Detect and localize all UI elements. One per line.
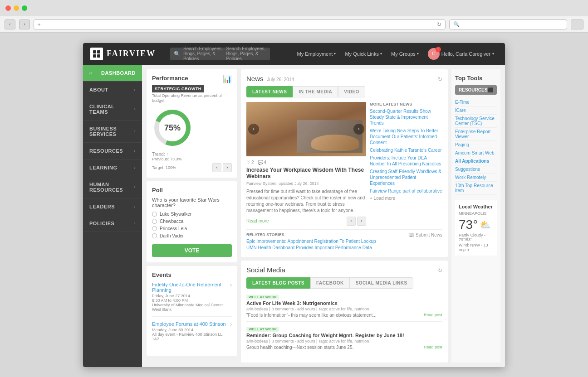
news-next-button[interactable]: › bbox=[353, 124, 364, 135]
news-nav-next-button[interactable]: › bbox=[357, 217, 366, 226]
tool-all-applications[interactable]: All Applications bbox=[455, 157, 497, 165]
sidebar-item-policies[interactable]: POLICIES › bbox=[83, 215, 142, 232]
resources-dropdown[interactable]: RESOURCES ⬛ bbox=[455, 85, 497, 95]
tool-e-time[interactable]: E-Time bbox=[455, 98, 497, 106]
minimize-button[interactable] bbox=[14, 5, 19, 11]
browser-search-bar[interactable]: 🔍 bbox=[449, 19, 567, 29]
poll-radio-1[interactable] bbox=[152, 212, 157, 217]
browser-window: ‹ › + ↻ 🔍 bbox=[0, 0, 588, 377]
tool-enterprise[interactable]: Enterprise Report Viewer bbox=[455, 128, 497, 141]
sidebar-item-business-services[interactable]: BUSINESS SERVICES › bbox=[83, 121, 142, 143]
my-groups-label: My Groups bbox=[391, 51, 416, 57]
event-title-link-1[interactable]: Fidelity One-to-One Retirement Planning bbox=[152, 282, 227, 293]
sidebar-item-human-resources[interactable]: HUMAN RESOURCES › bbox=[83, 176, 142, 198]
close-button[interactable] bbox=[5, 5, 11, 11]
news-item-title: Increase Your Workplace Wisdom With Thes… bbox=[246, 167, 366, 179]
more-item-5[interactable]: Creating Staff-Friendly Workflows & Unpr… bbox=[370, 169, 442, 186]
event-location-1: University of Minnesota Medical Center W… bbox=[152, 303, 227, 312]
next-perf-button[interactable]: › bbox=[223, 163, 232, 172]
social-read-more-1[interactable]: Read post bbox=[424, 313, 442, 318]
social-post-tag-1: WELL AT WORK bbox=[246, 295, 279, 300]
social-refresh-icon[interactable]: ↻ bbox=[438, 267, 442, 274]
social-tab-facebook[interactable]: FACEBOOK bbox=[310, 277, 350, 289]
refresh-icon[interactable]: ↻ bbox=[437, 21, 441, 28]
dropdown-arrow-icon: ⬛ bbox=[488, 87, 493, 92]
sidebar-label-human-resources: HUMAN RESOURCES bbox=[89, 182, 134, 193]
tool-icare[interactable]: iCare bbox=[455, 106, 497, 115]
social-read-more-2[interactable]: Read post bbox=[424, 345, 442, 350]
hand-image bbox=[311, 135, 359, 151]
related-item-2[interactable]: UMN Health Dashboard Provides Important … bbox=[246, 245, 376, 250]
poll-radio-3[interactable] bbox=[152, 226, 157, 231]
tool-amcom[interactable]: Amcom Smart Web bbox=[455, 149, 497, 157]
tool-suggestions[interactable]: Suggestions bbox=[455, 165, 497, 174]
more-item-1[interactable]: Second-Quarter Results Show Steady State… bbox=[370, 108, 442, 126]
tool-10th-resource[interactable]: 10th Top Resource Item bbox=[455, 182, 497, 195]
news-tab-latest[interactable]: LATEST NEWS bbox=[246, 86, 293, 97]
news-refresh-icon[interactable]: ↻ bbox=[438, 76, 442, 82]
search-icon: 🔍 bbox=[174, 51, 181, 57]
user-profile-link[interactable]: C 1 Hello, Carla Caregiver ▾ bbox=[424, 46, 498, 62]
read-more-link[interactable]: Read more bbox=[246, 218, 269, 223]
back-button[interactable]: ‹ bbox=[5, 19, 15, 29]
social-post-title-1[interactable]: Active For Life Week 3: Nutrigenomics bbox=[246, 300, 442, 306]
vote-button[interactable]: VOTE bbox=[152, 244, 232, 257]
sidebar-item-dashboard[interactable]: ⌂ DASHBOARD bbox=[83, 65, 142, 82]
poll-option-4[interactable]: Darth Vader bbox=[152, 233, 232, 238]
sidebar-item-clinical-teams[interactable]: CLINICAL TEAMS › bbox=[83, 98, 142, 121]
sidebar-item-learning[interactable]: LEARNING › bbox=[83, 160, 142, 176]
news-tab-video[interactable]: VIDEO bbox=[338, 86, 365, 97]
tool-paging[interactable]: Paging bbox=[455, 141, 497, 149]
maximize-button[interactable] bbox=[22, 5, 27, 11]
event-title-link-2[interactable]: Employee Forums at 400 Stinson bbox=[152, 321, 227, 327]
submit-news-button[interactable]: 📰 Submit News bbox=[409, 232, 442, 237]
my-groups-link[interactable]: My Groups ▾ bbox=[387, 49, 422, 58]
perf-nav: ‹ › bbox=[212, 163, 232, 172]
address-bar[interactable]: + ↻ bbox=[34, 19, 446, 29]
global-search-field[interactable]: 🔍 Search Employees, Blogs, Pages, & Poli… bbox=[170, 48, 270, 60]
social-tab-blog[interactable]: LATEST BLOG POSTS bbox=[246, 277, 310, 289]
poll-option-label-4: Darth Vader bbox=[160, 233, 184, 238]
news-comments: 💬 4 bbox=[258, 160, 267, 165]
social-media-card: Social Media ↻ LATEST BLOG POSTS FACEBOO… bbox=[241, 261, 448, 362]
tool-work-remotely[interactable]: Work Remotely bbox=[455, 174, 497, 182]
extensions-button[interactable] bbox=[571, 19, 583, 29]
performance-card: Performance STRATEGIC GROWTH 📊 Total Ope… bbox=[147, 69, 237, 178]
weather-title: Local Weather bbox=[459, 204, 493, 209]
news-prev-button[interactable]: ‹ bbox=[248, 124, 259, 135]
my-quick-links-link[interactable]: My Quick Links ▾ bbox=[341, 49, 386, 58]
left-column: Performance STRATEGIC GROWTH 📊 Total Ope… bbox=[147, 69, 237, 362]
poll-option-1[interactable]: Luke Skywalker bbox=[152, 212, 232, 217]
news-image bbox=[246, 102, 366, 156]
sidebar-item-leaders[interactable]: LEADERS › bbox=[83, 198, 142, 215]
poll-option-2[interactable]: Chewbacca bbox=[152, 219, 232, 224]
news-tab-media[interactable]: IN THE MEDIA bbox=[293, 86, 338, 97]
search-icon: 🔍 bbox=[453, 21, 460, 27]
related-item-1[interactable]: Epic Improvements: Appointment Registrat… bbox=[246, 239, 376, 244]
news-nav-prev-button[interactable]: ‹ bbox=[347, 217, 356, 226]
sidebar-item-about[interactable]: ABOUT › bbox=[83, 82, 142, 98]
sidebar-label-business-services: BUSINESS SERVICES bbox=[89, 126, 134, 137]
more-item-6[interactable]: Fairview Range part of collaborative bbox=[370, 188, 442, 194]
more-item-4[interactable]: Providers: Include Your DEA Number In Al… bbox=[370, 155, 442, 167]
my-employment-link[interactable]: My Employment ▾ bbox=[294, 49, 340, 58]
poll-option-3[interactable]: Princess Leia bbox=[152, 226, 232, 231]
logo-cell-2 bbox=[97, 50, 100, 53]
poll-title: Poll bbox=[152, 187, 232, 193]
sidebar-item-resources[interactable]: RESOURCES › bbox=[83, 143, 142, 160]
event-time-1: 8:30 AM to 4:00 PM bbox=[152, 298, 227, 303]
event-arrow-icon-1: › bbox=[230, 282, 232, 288]
poll-radio-2[interactable] bbox=[152, 219, 157, 224]
load-more-button[interactable]: + Load more bbox=[370, 196, 442, 201]
forward-button[interactable]: › bbox=[19, 19, 30, 29]
poll-radio-4[interactable] bbox=[152, 233, 157, 238]
more-item-3[interactable]: Celebrating Kathie Taranto's Career bbox=[370, 147, 442, 153]
prev-perf-button[interactable]: ‹ bbox=[212, 163, 221, 172]
social-post-title-2[interactable]: Reminder: Group Coaching for Weight Mgmt… bbox=[246, 333, 442, 338]
center-column: News July 26, 2014 ↻ LATEST NEWS IN THE … bbox=[241, 69, 448, 362]
social-tab-links[interactable]: SOCIAL MEDIA LINKS bbox=[350, 277, 413, 289]
main-layout: ⌂ DASHBOARD ABOUT › CLINICAL TEAMS › BUS… bbox=[83, 65, 505, 367]
tool-tsc[interactable]: Technology Service Center (TSC) bbox=[455, 115, 497, 128]
top-tools-title: Top Tools bbox=[455, 75, 497, 82]
more-item-2[interactable]: We're Taking New Steps To Better Documen… bbox=[370, 128, 442, 145]
